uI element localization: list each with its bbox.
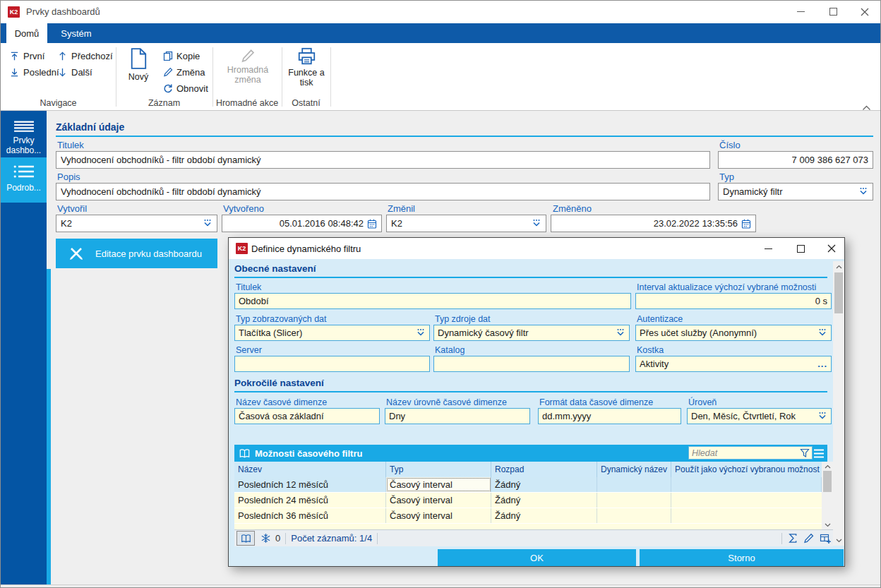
table-scrollbar[interactable] <box>822 462 833 529</box>
vytvoril-field[interactable]: K2 <box>56 215 217 232</box>
dropdown-chevron-icon[interactable] <box>858 187 868 196</box>
zmeneno-field[interactable]: 23.02.2022 13:35:56 <box>551 215 756 232</box>
storno-button[interactable]: Storno <box>640 549 844 566</box>
scroll-down-icon[interactable] <box>822 520 833 529</box>
section-header-zakladni-udaje: Základní údaje <box>56 121 873 137</box>
group-label-navigace: Navigace <box>1 98 116 108</box>
maximize-button[interactable] <box>817 1 849 23</box>
table-column-headers: Název Typ Rozpad Dynamický název Použít … <box>234 462 822 477</box>
menu-icon <box>813 449 825 458</box>
table-menu-button[interactable] <box>813 448 825 461</box>
scrollbar-thumb[interactable] <box>823 471 832 492</box>
dialog-definice-dynamickeho-filtru: K2 Definice dynamického filtru Obecné na… <box>228 237 845 567</box>
column-header[interactable]: Typ <box>386 462 491 477</box>
frozen-count: 0 <box>275 533 280 544</box>
close-icon <box>861 8 869 16</box>
dlg-typ-zobrazovanych-field[interactable]: Tlačítka (Slicer) <box>234 325 430 341</box>
scrollbar-thumb[interactable] <box>834 272 843 313</box>
vytvoreno-label: Vytvořeno <box>223 204 264 214</box>
dropdown-chevron-icon[interactable] <box>416 328 426 337</box>
selected-cell[interactable]: Časový interval <box>386 477 491 492</box>
table-row[interactable]: Posledních 36 měsíců Časový interval Žád… <box>234 508 822 524</box>
funnel-icon[interactable] <box>800 448 810 458</box>
dlg-titulek-field[interactable]: Období <box>234 293 631 309</box>
typ-label: Typ <box>719 172 734 182</box>
popis-label: Popis <box>57 172 80 182</box>
arrow-first-icon <box>9 51 20 61</box>
edit-pencil-icon[interactable] <box>803 533 814 544</box>
dlg-server-field[interactable] <box>234 356 430 372</box>
book-icon <box>241 534 251 544</box>
dlg-typ-zdroje-field[interactable]: Dynamický časový filtr <box>433 325 630 341</box>
dialog-maximize-button[interactable] <box>786 238 815 259</box>
add-record-icon[interactable] <box>820 533 832 544</box>
dialog-minimize-button[interactable] <box>754 238 782 259</box>
table-row[interactable]: Posledních 12 měsíců Časový interval Žád… <box>234 477 822 493</box>
sigma-icon[interactable] <box>788 533 798 544</box>
dropdown-chevron-icon[interactable] <box>817 412 827 421</box>
dialog-close-button[interactable] <box>819 238 844 259</box>
bulk-edit-pencil-icon <box>241 49 255 63</box>
dlg-server-label: Server <box>236 345 262 355</box>
close-icon <box>827 244 836 253</box>
snowflake-icon[interactable] <box>260 533 271 544</box>
cislo-field[interactable]: 7 009 386 627 073 <box>718 151 873 169</box>
dlg-format-data-field[interactable]: dd.mm.yyyy <box>538 408 681 424</box>
edit-dashboard-element-button[interactable]: Editace prvku dashboardu <box>56 239 217 268</box>
titulek-field[interactable]: Vyhodnocení obchodníků - filtr období dy… <box>56 151 710 169</box>
table-row[interactable]: Posledních 24 měsíců Časový interval Žád… <box>234 493 822 508</box>
search-input[interactable] <box>689 448 800 458</box>
book-icon <box>239 448 251 459</box>
refresh-button[interactable]: Obnovit <box>163 81 208 95</box>
dlg-nazev-dimenze-label: Název časové dimenze <box>236 397 327 407</box>
last-button[interactable]: Poslední <box>9 65 59 79</box>
column-header[interactable]: Rozpad <box>491 462 597 477</box>
new-document-icon <box>129 47 148 70</box>
collapse-ribbon-button[interactable] <box>862 101 871 114</box>
dropdown-chevron-icon[interactable] <box>532 219 541 228</box>
dlg-autentizace-field[interactable]: Přes učet služby (Anonymní) <box>635 325 832 341</box>
column-header[interactable]: Dynamický název <box>597 462 671 477</box>
new-button[interactable]: Nový <box>121 47 156 82</box>
dlg-nazev-urovne-field[interactable]: Dny <box>385 408 530 424</box>
calendar-icon[interactable] <box>367 219 377 229</box>
scroll-up-icon[interactable] <box>833 261 844 272</box>
minimize-button[interactable] <box>784 1 817 23</box>
dlg-typ-zdroje-label: Typ zdroje dat <box>435 314 491 324</box>
popis-field[interactable]: Vyhodnocení obchodníků - filtr období dy… <box>56 183 710 200</box>
dialog-title-bar: K2 Definice dynamického filtru <box>229 238 844 259</box>
change-button[interactable]: Změna <box>163 65 205 79</box>
hamburger-icon <box>11 121 37 132</box>
dlg-interval-field[interactable]: 0 s <box>635 293 832 309</box>
tab-system[interactable]: Systém <box>53 23 100 43</box>
first-button[interactable]: První <box>9 49 44 63</box>
zmenil-field[interactable]: K2 <box>386 215 546 232</box>
arrow-up-icon <box>57 51 68 61</box>
ellipsis-button[interactable]: ... <box>817 359 827 369</box>
ok-button[interactable]: OK <box>438 549 636 566</box>
column-header[interactable]: Název <box>234 462 386 477</box>
typ-field[interactable]: Dynamický filtr <box>718 183 873 200</box>
dlg-nazev-dimenze-field[interactable]: Časová osa základní <box>234 408 380 424</box>
calendar-icon[interactable] <box>741 219 751 229</box>
copy-button[interactable]: Kopie <box>163 49 200 63</box>
sidebar-item-prvky-dashboardu[interactable]: Prvky dashbo... <box>1 118 47 156</box>
close-button[interactable] <box>849 1 880 23</box>
dlg-katalog-field[interactable] <box>433 356 630 372</box>
scroll-up-icon[interactable] <box>822 462 833 471</box>
dialog-scrollbar[interactable] <box>833 261 844 546</box>
next-button[interactable]: Další <box>57 65 92 79</box>
functions-print-button[interactable]: Funkce a tisk <box>284 47 328 88</box>
dlg-kostka-field[interactable]: Aktivity ... <box>635 356 832 372</box>
dropdown-chevron-icon[interactable] <box>817 328 827 337</box>
tab-domu[interactable]: Domů <box>6 23 47 43</box>
dropdown-chevron-icon[interactable] <box>203 219 212 228</box>
sidebar-item-podrobnosti[interactable]: Podrob... <box>1 157 47 203</box>
scroll-down-icon[interactable] <box>833 535 844 546</box>
column-header[interactable]: Použít jako výchozí vybranou možnost <box>671 462 822 477</box>
book-view-button[interactable] <box>236 531 255 546</box>
previous-button[interactable]: Předchozí <box>57 49 113 63</box>
dropdown-chevron-icon[interactable] <box>616 328 625 337</box>
vytvoreno-field[interactable]: 05.01.2016 08:48:42 <box>222 215 382 232</box>
dlg-uroven-field[interactable]: Den, Měsíc, Čtvrtletí, Rok <box>687 408 832 424</box>
